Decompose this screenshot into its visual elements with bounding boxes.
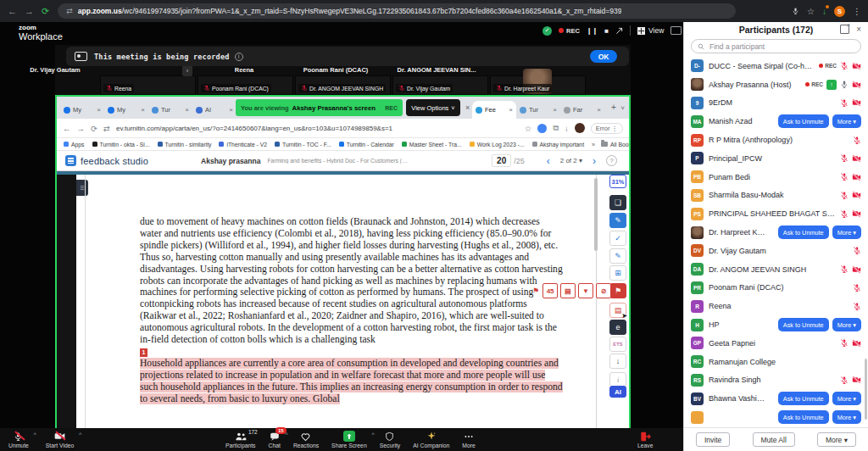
view-button[interactable]: View bbox=[637, 26, 664, 35]
browser-tab[interactable]: Far × bbox=[560, 101, 604, 119]
viewer-tool-button[interactable]: ✎ bbox=[609, 213, 626, 228]
participant-row[interactable]: BV Bhawna Vashishtha Ask to Unmute More … bbox=[684, 389, 868, 408]
participant-row[interactable]: Dr. Harpreet Kaur Ask to Unmute More ▾ bbox=[684, 223, 868, 242]
participant-row[interactable]: D- DUCC - Seema Sirpal (Co-host, Me) REC bbox=[684, 57, 868, 75]
participant-row[interactable]: H HP Ask to Unmute More ▾ bbox=[684, 315, 868, 334]
participant-row[interactable]: P Principal_IPCW bbox=[684, 149, 868, 168]
mic-permission-icon[interactable] bbox=[792, 7, 799, 15]
ask-to-unmute-button[interactable]: Ask to Unmute bbox=[778, 114, 829, 128]
close-tab-icon[interactable]: × bbox=[229, 106, 233, 114]
footer-button[interactable]: Mute All bbox=[753, 432, 795, 447]
bookmark-star-icon[interactable]: ☆ bbox=[807, 7, 815, 16]
downloads-icon[interactable]: ↓ bbox=[565, 124, 569, 133]
toolbar-button[interactable]: 172 Participants bbox=[225, 431, 256, 448]
chevron-up-icon[interactable]: ^ bbox=[34, 432, 36, 437]
bookmark-item[interactable]: Work Log 2023 -... bbox=[470, 142, 525, 148]
bookmark-item[interactable]: Turnitin - okta - Si... bbox=[92, 142, 150, 148]
close-tab-icon[interactable]: × bbox=[597, 106, 601, 114]
bookmark-item[interactable]: Turnitin - similarity bbox=[158, 142, 212, 148]
browser-tab[interactable]: AI × bbox=[192, 101, 236, 119]
pause-recording-icon[interactable]: ❙❙ bbox=[587, 27, 598, 35]
toolbar-button[interactable]: ^ Unmute bbox=[8, 431, 29, 448]
close-tab-icon[interactable]: × bbox=[465, 103, 470, 112]
current-page-input[interactable]: 20 bbox=[492, 154, 511, 167]
ask-to-unmute-button[interactable]: Ask to Unmute bbox=[778, 318, 829, 331]
refresh-icon[interactable]: ⟳ bbox=[42, 6, 49, 17]
toolbar-button[interactable]: ^ Start Video bbox=[46, 431, 75, 448]
participant-row[interactable]: PS PRINCIPAL SHAHEED BHAGAT SINGH EVENIN… bbox=[684, 204, 868, 223]
tab-search-icon[interactable]: ˅ bbox=[620, 104, 625, 112]
ask-to-unmute-button[interactable]: Ask to Unmute bbox=[778, 410, 829, 424]
recording-ok-button[interactable]: OK bbox=[590, 50, 617, 63]
ask-to-unmute-button[interactable]: Ask to Unmute bbox=[778, 392, 829, 405]
similarity-score[interactable]: 45 bbox=[542, 283, 558, 298]
browser-tab[interactable]: My × bbox=[60, 101, 104, 119]
viewer-tool-button[interactable]: ▤ ➤ bbox=[609, 303, 626, 318]
viewer-tool-button[interactable]: ETS bbox=[609, 337, 626, 352]
participant-row[interactable]: SB Sharmila Basu-Modak bbox=[684, 187, 868, 205]
close-tab-icon[interactable]: × bbox=[97, 106, 101, 114]
close-tab-icon[interactable]: × bbox=[509, 106, 513, 114]
site-settings-icon[interactable]: ⇄ bbox=[66, 7, 73, 15]
close-tab-icon[interactable]: × bbox=[185, 106, 189, 114]
forward-icon[interactable]: → bbox=[25, 6, 34, 16]
filter-icon[interactable]: ▼ bbox=[578, 283, 593, 298]
close-panel-icon[interactable]: × bbox=[856, 25, 861, 34]
sync-error-button[interactable]: Error⋮ bbox=[591, 123, 623, 134]
video-tile[interactable]: Poonam Rani (DCAC) bbox=[198, 75, 293, 95]
help-icon[interactable]: ? bbox=[606, 155, 617, 166]
participant-row[interactable]: R Reena bbox=[684, 297, 868, 315]
participant-row[interactable]: DA Dr. ANGOM JEEVAN SINGH bbox=[684, 260, 868, 279]
participant-row[interactable]: Ask to Unmute More ▾ bbox=[684, 408, 868, 426]
bookmark-star-icon[interactable]: ☆ bbox=[525, 124, 532, 133]
view-options-button[interactable]: View Options˅ bbox=[406, 99, 460, 116]
browser-menu-icon[interactable]: ⋮ bbox=[853, 7, 861, 16]
all-bookmarks-button[interactable]: All Bookmarks bbox=[601, 142, 629, 148]
participant-row[interactable]: RC Ramanujan College bbox=[684, 353, 868, 371]
exclude-icon[interactable]: ⊘ bbox=[596, 283, 611, 298]
participant-row[interactable]: MA Manish Azad Ask to Unmute More ▾ bbox=[684, 112, 868, 131]
extension-icon[interactable] bbox=[537, 124, 547, 133]
previous-match-button[interactable]: ‹ bbox=[547, 155, 550, 167]
toolbar-button[interactable]: ^ Share Screen bbox=[331, 431, 367, 448]
participant-row[interactable]: GP Geeta Papnei bbox=[684, 334, 868, 353]
bookmark-item[interactable]: Master Sheet - Tra... bbox=[402, 142, 462, 148]
back-icon[interactable]: ← bbox=[8, 6, 17, 16]
viewer-tool-button[interactable]: AI bbox=[609, 386, 626, 398]
sources-icon[interactable]: ▤ bbox=[560, 283, 576, 298]
stop-recording-icon[interactable]: ■ bbox=[604, 27, 609, 35]
viewer-tool-button[interactable]: ❏ bbox=[609, 195, 626, 210]
ask-to-unmute-button[interactable]: Ask to Unmute bbox=[778, 226, 829, 239]
bookmark-item[interactable]: Apps bbox=[64, 142, 85, 148]
toolbar-button[interactable]: Security bbox=[380, 431, 401, 448]
viewer-tool-button[interactable]: 31% bbox=[609, 175, 626, 188]
browser-tab[interactable]: Tur × bbox=[148, 101, 192, 119]
toolbar-button[interactable]: 15 ^ Chat bbox=[269, 431, 281, 448]
minimize-video-icon[interactable] bbox=[670, 26, 682, 35]
search-input[interactable] bbox=[708, 42, 854, 52]
url-text[interactable]: ev.turnitin.com/app/carta/en_us/?o=24146… bbox=[116, 125, 519, 132]
viewer-tool-button[interactable]: ⚑ bbox=[609, 283, 626, 298]
participant-row[interactable]: RP R P Mitra (Anthropology) bbox=[684, 131, 868, 149]
participant-row[interactable]: 9 9ErDM bbox=[684, 94, 868, 113]
bookmark-overflow-icon[interactable]: » bbox=[592, 142, 595, 148]
refresh-icon[interactable]: ⟳ bbox=[91, 124, 97, 133]
downloads-icon[interactable]: ↓ bbox=[822, 7, 826, 16]
viewer-tool-button[interactable]: ✎ bbox=[609, 248, 626, 264]
close-tab-icon[interactable]: × bbox=[553, 106, 557, 114]
participant-row[interactable]: DV Dr. Vijay Gautam bbox=[684, 242, 868, 260]
close-tab-icon[interactable]: × bbox=[141, 106, 145, 114]
address-bar[interactable]: ⇄ app.zoom.us/wc/94619974935/join?fromPW… bbox=[58, 3, 736, 19]
browser-tab[interactable]: My × bbox=[104, 101, 148, 119]
expand-thumbnails-button[interactable]: ☰ bbox=[76, 180, 88, 196]
share-page-icon[interactable]: ⧉ bbox=[553, 123, 559, 133]
forward-icon[interactable]: → bbox=[77, 124, 86, 133]
video-tile[interactable]: Dr. ANGOM JEEVAN SINGH bbox=[295, 75, 391, 95]
new-tab-icon[interactable]: + bbox=[611, 103, 616, 112]
browser-profile-avatar[interactable] bbox=[575, 123, 585, 133]
participant-more-button[interactable]: More ▾ bbox=[832, 114, 861, 128]
participant-search[interactable] bbox=[691, 39, 861, 53]
toolbar-button[interactable]: More bbox=[462, 431, 476, 448]
back-icon[interactable]: ← bbox=[63, 124, 71, 133]
popout-panel-icon[interactable] bbox=[840, 25, 849, 34]
